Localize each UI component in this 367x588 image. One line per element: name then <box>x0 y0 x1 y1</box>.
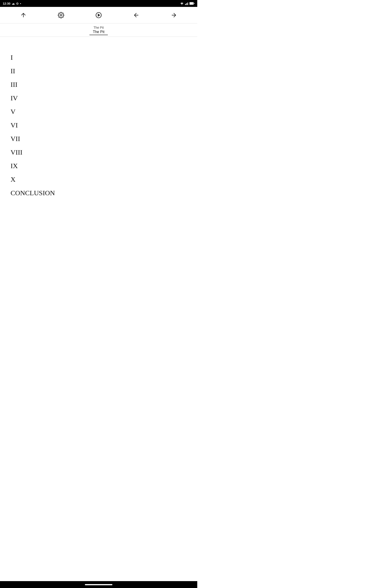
svg-point-8 <box>60 14 62 16</box>
forward-button[interactable] <box>169 10 179 20</box>
time-display: 12:30 <box>3 2 10 5</box>
svg-rect-1 <box>185 4 186 5</box>
gear-icon <box>58 12 64 18</box>
signal-bars-icon <box>185 2 189 5</box>
svg-rect-5 <box>190 2 193 4</box>
wifi-icon <box>180 2 184 5</box>
up-arrow-icon <box>20 12 27 18</box>
battery-small-icon: ▪ <box>20 2 21 5</box>
toc-item[interactable]: VII <box>10 132 197 145</box>
svg-rect-6 <box>194 3 194 4</box>
status-left: 12:30 ☁ ⊙ ▪ <box>3 2 21 5</box>
toc-item[interactable]: VI <box>10 118 197 132</box>
play-icon <box>95 12 102 18</box>
forward-arrow-icon <box>171 12 177 18</box>
play-button[interactable] <box>94 10 104 20</box>
toc-item[interactable]: X <box>10 173 197 186</box>
book-title: The Pit <box>90 30 108 35</box>
toc-item[interactable]: IX <box>10 159 197 173</box>
toc-item[interactable]: III <box>10 78 197 91</box>
svg-point-0 <box>182 4 182 5</box>
toc-container: IIIIIIIVVVIVIIVIIIIXXCONCLUSION <box>0 37 197 213</box>
back-arrow-icon <box>133 12 140 18</box>
toolbar <box>0 7 197 23</box>
toc-item[interactable]: VIII <box>10 145 197 159</box>
title-area: The Pit The Pit <box>0 23 197 37</box>
toc-item[interactable]: I <box>10 51 197 64</box>
back-button[interactable] <box>131 10 141 20</box>
svg-marker-10 <box>98 14 100 16</box>
settings-button[interactable] <box>56 10 66 20</box>
status-bar: 12:30 ☁ ⊙ ▪ <box>0 0 197 7</box>
up-arrow-button[interactable] <box>18 10 28 20</box>
toc-item[interactable]: V <box>10 105 197 118</box>
toc-item[interactable]: II <box>10 64 197 78</box>
battery-icon <box>190 2 194 5</box>
status-right <box>180 2 194 5</box>
cloud-icon: ☁ <box>12 2 15 5</box>
toc-item[interactable]: IV <box>10 91 197 105</box>
svg-rect-3 <box>187 2 188 5</box>
circle-icon: ⊙ <box>16 2 19 5</box>
book-subtitle: The Pit <box>94 26 104 29</box>
toc-item[interactable]: CONCLUSION <box>10 186 197 199</box>
svg-rect-2 <box>186 3 187 5</box>
